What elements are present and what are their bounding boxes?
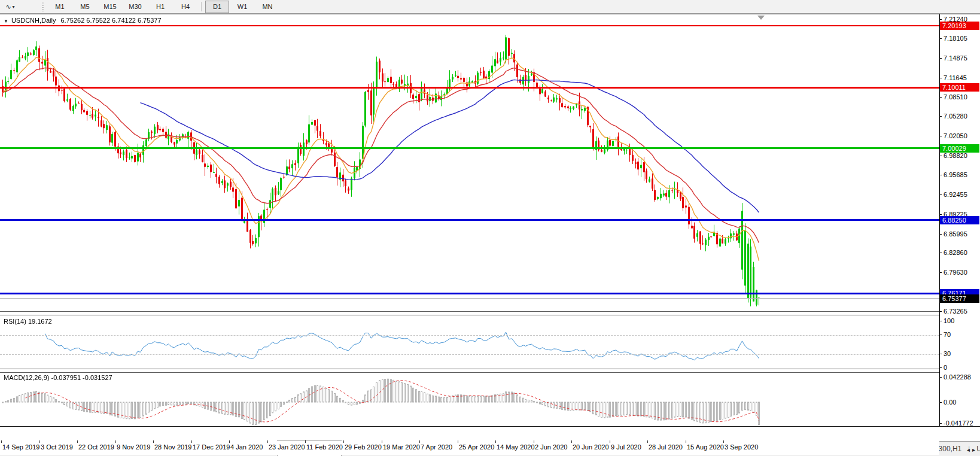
price-axis-tag: 7.10011 [940, 83, 979, 92]
date-tick-mark [534, 440, 534, 443]
date-tick-mark [571, 440, 572, 443]
timeframe-button-w1[interactable]: W1 [230, 1, 254, 13]
date-axis[interactable]: 14 Sep 20193 Oct 201922 Oct 20199 Nov 20… [0, 440, 939, 455]
date-tick-label: 7 Apr 2020 [421, 443, 452, 451]
dropdown-arrow-icon: ▾ [13, 4, 15, 10]
chart-cursor-tool-icon[interactable]: ∿ ▾ [2, 1, 18, 12]
timeframe-button-m15[interactable]: M15 [98, 1, 122, 13]
tab-scroll-left-icon[interactable]: ◂ [967, 446, 972, 453]
price-axis-tag: 7.00029 [940, 144, 979, 153]
date-tick-label: 14 Sep 2019 [2, 443, 39, 451]
timeframe-separator [201, 2, 202, 11]
price-level-line[interactable] [0, 298, 939, 299]
rsi-indicator-label: RSI(14) 19.1672 [4, 318, 52, 325]
timeframe-button-mn[interactable]: MN [255, 1, 279, 13]
price-tick-label: 6.73265 [944, 308, 967, 315]
macd-tick-label: 0.042288 [944, 373, 971, 381]
rsi-tick-label: 0 [944, 364, 947, 371]
date-tick-mark [229, 440, 230, 443]
price-tick-label: 6.92455 [944, 191, 967, 198]
date-tick-mark [343, 440, 344, 443]
timeframe-button-m1[interactable]: M1 [48, 1, 72, 13]
price-tick-label: 7.05280 [944, 113, 967, 120]
date-tick-label: 22 Oct 2019 [78, 443, 114, 451]
timeframe-button-m30[interactable]: M30 [123, 1, 147, 13]
price-level-line[interactable] [0, 219, 939, 221]
price-axis-tag: 6.75377 [940, 294, 979, 303]
timeframe-toolbar: ∿ ▾ M1M5M15M30H1H4D1W1MN [0, 0, 980, 14]
date-tick-label: 2 Jun 2020 [535, 443, 567, 451]
rsi-dashed-level [0, 335, 939, 336]
cursor-icon: ∿ [5, 3, 11, 11]
date-tick-mark [77, 440, 78, 443]
date-tick-label: 3 Oct 2019 [41, 443, 73, 451]
price-level-line[interactable] [0, 147, 939, 149]
price-tick-label: 7.08510 [944, 93, 967, 101]
price-tick-label: 6.85995 [944, 230, 967, 238]
main-rsi-splitter[interactable] [0, 311, 939, 315]
rsi-tick-label: 30 [944, 350, 951, 357]
date-tick-mark [115, 440, 116, 443]
price-tick-label: 6.79630 [944, 269, 967, 276]
rsi-macd-splitter[interactable] [0, 369, 939, 373]
price-tick-label: 7.18105 [944, 35, 967, 42]
one-click-trading-expander-icon[interactable]: ▼ [4, 19, 8, 24]
rsi-tick-label: 100 [944, 317, 954, 324]
rsi-tick-label: 70 [944, 331, 951, 338]
price-tick-label: 6.82860 [944, 249, 967, 256]
toolbar-grip[interactable] [42, 2, 44, 11]
chart-ohlc-values: 6.75262 6.75522 6.74122 6.75377 [60, 17, 161, 24]
chart-title: ▼USDCNH,Daily6.75262 6.75522 6.74122 6.7… [4, 17, 162, 24]
price-level-line[interactable] [0, 25, 939, 26]
date-tick-label: 23 Jan 2020 [269, 443, 305, 451]
chart-shift-marker-icon[interactable] [757, 16, 765, 20]
chart-window: ▼USDCNH,Daily6.75262 6.75522 6.74122 6.7… [0, 14, 980, 442]
date-tick-label: 25 Apr 2020 [459, 443, 494, 451]
price-level-line[interactable] [0, 87, 939, 89]
tab-scroll-arrows: ◂▸ [967, 446, 978, 453]
timeframe-buttons: M1M5M15M30H1H4D1W1MN [47, 1, 280, 13]
date-tick-mark [419, 440, 420, 443]
date-tick-mark [267, 440, 268, 443]
price-axis[interactable]: 7.212407.181057.148757.116457.085107.052… [939, 14, 980, 440]
date-tick-label: 4 Jan 2020 [230, 443, 263, 451]
chart-symbol-label: USDCNH,Daily [11, 17, 56, 24]
timeframe-button-h4[interactable]: H4 [174, 1, 197, 13]
date-tick-mark [647, 440, 648, 443]
macd-indicator-label: MACD(12,26,9) -0.037951 -0.031527 [4, 374, 112, 381]
date-tick-mark [305, 440, 306, 443]
date-tick-label: 3 Sep 2020 [725, 443, 758, 451]
timeframe-button-d1[interactable]: D1 [205, 1, 229, 13]
price-tick-label: 7.02050 [944, 132, 967, 139]
date-tick-label: 17 Dec 2019 [193, 443, 230, 451]
date-tick-mark [39, 440, 40, 443]
price-axis-tag: 7.20193 [940, 22, 979, 30]
timeframe-button-m5[interactable]: M5 [73, 1, 97, 13]
date-tick-mark [191, 440, 192, 443]
price-level-line[interactable] [0, 293, 939, 294]
price-tick-label: 7.11645 [944, 74, 967, 81]
date-tick-label: 28 Nov 2019 [154, 443, 191, 451]
tab-scroll-right-icon[interactable]: ▸ [972, 446, 978, 453]
date-tick-mark [382, 440, 382, 443]
date-tick-label: 28 Jul 2020 [649, 443, 683, 451]
date-tick-label: 11 Feb 2020 [306, 443, 343, 451]
price-tick-label: 6.95685 [944, 171, 967, 178]
date-tick-label: 14 May 2020 [497, 443, 535, 451]
date-tick-label: 20 Jun 2020 [573, 443, 609, 451]
date-tick-mark [1, 440, 2, 443]
price-tick-label: 6.98820 [944, 152, 967, 159]
macd-tick-label: 0.00 [944, 399, 956, 406]
timeframe-button-h1[interactable]: H1 [148, 1, 172, 13]
date-tick-mark [610, 440, 610, 443]
rsi-dashed-level [0, 354, 939, 355]
date-tick-mark [458, 440, 458, 443]
chart-bottom-border [0, 426, 980, 427]
date-tick-label: 15 Aug 2020 [687, 443, 724, 451]
date-tick-mark [686, 440, 686, 443]
date-tick-mark [723, 440, 724, 443]
date-tick-label: 29 Feb 2020 [345, 443, 382, 451]
date-tick-mark [153, 440, 154, 443]
date-tick-label: 9 Nov 2019 [117, 443, 150, 451]
date-tick-label: 9 Jul 2020 [611, 443, 641, 451]
